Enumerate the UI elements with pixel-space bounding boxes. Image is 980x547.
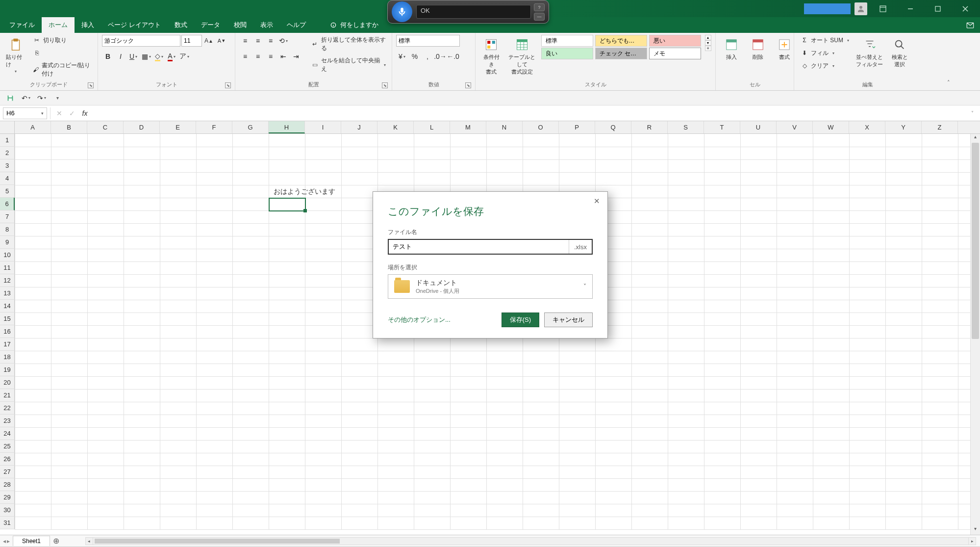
dialog-close-icon[interactable]: ✕ bbox=[591, 197, 603, 208]
save-dialog: ✕ このファイルを保存 ファイル名 .xlsx 場所を選択 ドキュメント One… bbox=[373, 191, 608, 339]
location-dropdown[interactable]: ドキュメント OneDrive - 個人用 ˅ bbox=[388, 274, 593, 299]
filename-label: ファイル名 bbox=[388, 228, 593, 236]
filename-input[interactable] bbox=[389, 240, 569, 254]
location-label: 場所を選択 bbox=[388, 263, 593, 272]
location-name: ドキュメント bbox=[416, 279, 583, 287]
chevron-down-icon: ˅ bbox=[583, 283, 586, 290]
location-sub: OneDrive - 個人用 bbox=[416, 287, 583, 295]
dialog-title: このファイルを保存 bbox=[388, 205, 593, 218]
save-button[interactable]: 保存(S) bbox=[502, 313, 539, 327]
file-extension-select[interactable]: .xlsx bbox=[569, 240, 592, 254]
folder-icon bbox=[394, 280, 410, 293]
more-options-link[interactable]: その他のオプション... bbox=[388, 315, 451, 324]
cancel-button[interactable]: キャンセル bbox=[544, 313, 593, 327]
dialog-overlay: ✕ このファイルを保存 ファイル名 .xlsx 場所を選択 ドキュメント One… bbox=[0, 0, 980, 547]
